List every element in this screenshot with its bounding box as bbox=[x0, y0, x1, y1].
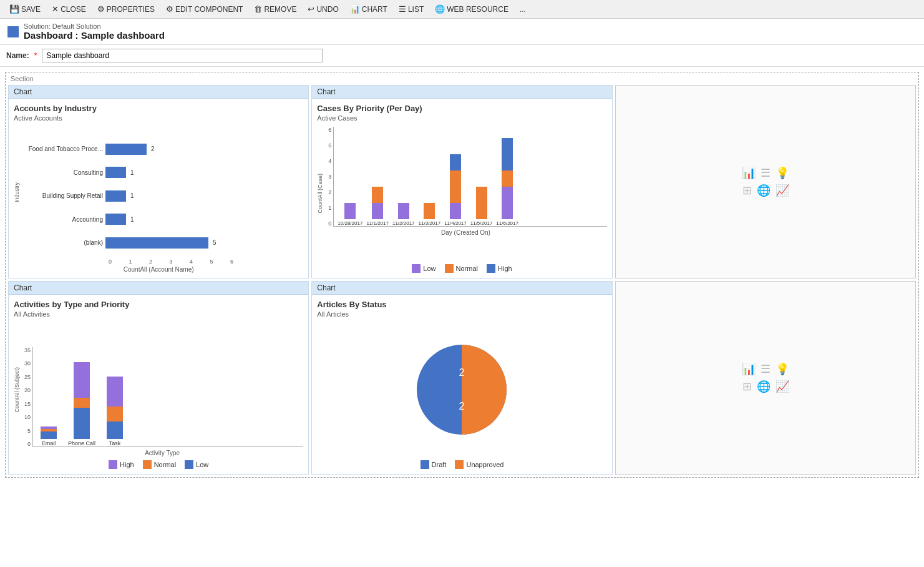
name-label: Name: bbox=[6, 51, 29, 60]
chart-cell-accounts: Chart Accounts by Industry Active Accoun… bbox=[8, 85, 309, 279]
bar-chart-icon[interactable]: 📊 bbox=[742, 166, 756, 180]
dashboard-title: Dashboard : Sample dashboard bbox=[24, 30, 165, 41]
chart-cell-cases: Chart Cases By Priority (Per Day) Active… bbox=[311, 85, 612, 279]
pie-label-draft: 2 bbox=[459, 400, 465, 412]
chart-cell-activities: Chart Activities by Type and Priority Al… bbox=[8, 281, 309, 475]
bar-low bbox=[41, 431, 57, 439]
chart3-body: Activities by Type and Priority All Acti… bbox=[9, 295, 308, 474]
bar-stack bbox=[107, 377, 123, 439]
table-icon2[interactable]: ⊞ bbox=[742, 380, 752, 393]
legend-color-normal bbox=[445, 264, 454, 273]
chart2-title: Cases By Priority (Per Day) bbox=[317, 104, 606, 113]
web-resource-button[interactable]: 🌐 WEB RESOURCE bbox=[430, 2, 513, 16]
chart3-main: 0 5 10 15 20 25 30 35 bbox=[21, 323, 303, 447]
chart3-yticks: 0 5 10 15 20 25 30 35 bbox=[21, 347, 32, 447]
chart1-title: Accounts by Industry bbox=[14, 104, 303, 113]
bar-xlabel: 11/4/2017 bbox=[444, 220, 467, 226]
dashboard-icon bbox=[6, 25, 20, 39]
bar-low bbox=[344, 203, 356, 219]
legend-label-draft: Draft bbox=[432, 461, 447, 468]
bar-group: 11/5/2017 bbox=[470, 187, 493, 226]
name-row: Name: * bbox=[0, 45, 924, 67]
empty-cell-2: 📊 ☰ 💡 ⊞ 🌐 📈 bbox=[615, 281, 916, 475]
bar-xlabel-phonecall: Phone Call bbox=[68, 440, 95, 446]
bar-high bbox=[502, 138, 513, 170]
bar-xlabel: 11/5/2017 bbox=[470, 220, 493, 226]
web-icon: 🌐 bbox=[435, 4, 445, 14]
bar-value-bar bbox=[105, 214, 126, 225]
legend-color-draft bbox=[421, 460, 429, 469]
area-chart-icon2[interactable]: 📈 bbox=[776, 380, 789, 393]
bar-high bbox=[107, 377, 123, 407]
bar-row: Accounting 1 bbox=[22, 214, 303, 225]
bar-label: (blank) bbox=[22, 239, 103, 246]
bar-value: 5 bbox=[213, 239, 216, 246]
bar-group: 11/1/2017 bbox=[366, 187, 389, 226]
properties-button[interactable]: ⚙ PROPERTIES bbox=[93, 2, 159, 16]
edit-component-button[interactable]: ⚙ EDIT COMPONENT bbox=[162, 2, 247, 16]
chart4-legend: Draft Unapproved bbox=[317, 460, 606, 469]
edit-icon: ⚙ bbox=[166, 4, 173, 14]
globe-icon2[interactable]: 🌐 bbox=[757, 380, 771, 393]
chart-icon: 📊 bbox=[350, 4, 360, 14]
bar-group-task: Task bbox=[107, 377, 123, 446]
icon-row-top2: 📊 ☰ 💡 bbox=[742, 362, 789, 376]
bar-xlabel-email: Email bbox=[42, 440, 56, 446]
save-button[interactable]: 💾 SAVE bbox=[5, 2, 45, 16]
list-icon[interactable]: ☰ bbox=[761, 166, 771, 180]
legend-color-low bbox=[412, 264, 421, 273]
legend-high-act: High bbox=[109, 460, 134, 469]
bar-group: 11/4/2017 bbox=[444, 154, 467, 226]
area-chart-icon[interactable]: 📈 bbox=[776, 184, 789, 197]
list-icon2[interactable]: ☰ bbox=[761, 362, 771, 376]
dashboard-grid: Chart Accounts by Industry Active Accoun… bbox=[8, 85, 916, 475]
chart2-ylabel: CountAll (Case) bbox=[317, 174, 323, 214]
bar-normal bbox=[476, 187, 487, 219]
bar-stack bbox=[344, 203, 356, 219]
chart3-subtitle: All Activities bbox=[14, 310, 303, 318]
bar-value-bar bbox=[105, 190, 126, 202]
chart1-body: Accounts by Industry Active Accounts Ind… bbox=[9, 99, 308, 278]
close-button[interactable]: ✕ CLOSE bbox=[47, 2, 90, 16]
chart3-header: Chart bbox=[9, 282, 308, 295]
bar-group: 10/28/2017 bbox=[338, 203, 362, 226]
globe-icon[interactable]: 🌐 bbox=[757, 184, 771, 197]
chart1-subtitle: Active Accounts bbox=[14, 114, 303, 122]
list-button[interactable]: ☰ LIST bbox=[394, 2, 428, 16]
bar-value-bar bbox=[105, 237, 208, 249]
bulb-icon[interactable]: 💡 bbox=[776, 166, 789, 180]
name-input[interactable] bbox=[42, 49, 323, 62]
empty-icons-1: 📊 ☰ 💡 ⊞ 🌐 📈 bbox=[742, 166, 789, 197]
list-icon: ☰ bbox=[399, 4, 406, 14]
bar-normal bbox=[74, 398, 90, 408]
bar-xlabel-task: Task bbox=[109, 440, 121, 446]
required-indicator: * bbox=[34, 51, 37, 60]
chart1-ylabel: Industry bbox=[14, 182, 20, 202]
bar-group: 11/3/2017 bbox=[419, 203, 441, 226]
undo-button[interactable]: ↩ UNDO bbox=[303, 2, 343, 16]
remove-button[interactable]: 🗑 REMOVE bbox=[250, 2, 301, 16]
bar-low bbox=[450, 203, 461, 219]
bulb-icon2[interactable]: 💡 bbox=[776, 362, 789, 376]
table-icon[interactable]: ⊞ bbox=[742, 184, 752, 197]
bar-value-bar bbox=[105, 144, 147, 155]
bar-row: Consulting 1 bbox=[22, 167, 303, 178]
more-button[interactable]: ... bbox=[515, 3, 530, 16]
legend-label-normal: Normal bbox=[456, 265, 478, 272]
chart1-xticks: 0 1 2 3 4 5 6 bbox=[109, 259, 233, 265]
empty-cell-1: 📊 ☰ 💡 ⊞ 🌐 📈 bbox=[615, 85, 916, 279]
chart3-right: 0 5 10 15 20 25 30 35 bbox=[21, 323, 303, 456]
pie-chart-svg: 2 2 bbox=[406, 333, 518, 446]
close-icon: ✕ bbox=[52, 4, 59, 14]
chart-button[interactable]: 📊 CHART bbox=[346, 2, 392, 16]
chart2-header: Chart bbox=[312, 86, 611, 99]
bar-chart-icon2[interactable]: 📊 bbox=[742, 362, 756, 376]
chart2-legend: Low Normal High bbox=[317, 264, 606, 273]
chart4-body: Articles By Status All Articles 2 2 bbox=[312, 295, 611, 474]
chart3-xlabel: Activity Type bbox=[21, 450, 303, 456]
bar-stack bbox=[398, 203, 409, 219]
legend-label-high: High bbox=[498, 265, 512, 272]
bar-value-bar bbox=[105, 167, 126, 178]
bar-normal bbox=[502, 170, 513, 187]
bar-row: Building Supply Retail 1 bbox=[22, 190, 303, 202]
